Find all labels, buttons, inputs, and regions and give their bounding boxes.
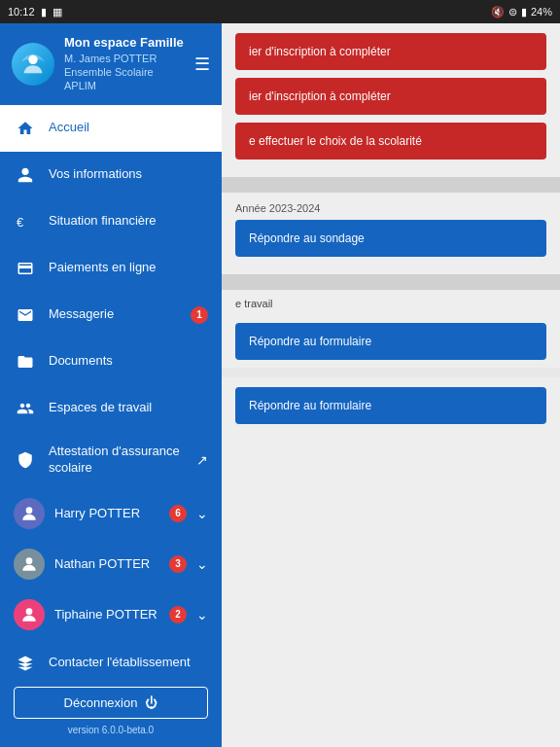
svg-text:€: € [17,214,23,229]
sidebar-item-label-contact: Contacter l'établissement [49,655,208,671]
person-name-tiphaine: Tiphaine POTTER [54,607,159,622]
battery-percent: 24% [531,6,552,18]
mute-icon: 🔇 [491,6,505,18]
banners-section: ier d'inscription à compléter ier d'insc… [222,23,560,177]
sidebar-item-messagerie[interactable]: Messagerie 1 [0,292,222,338]
formulaire-button-2[interactable]: Répondre au formulaire [235,387,546,424]
red-banner-2[interactable]: ier d'inscription à compléter [235,78,546,115]
sidebar-item-label-espaces: Espaces de travail [49,400,208,416]
app-container: Mon espace Famille M. James POTTER Ensem… [0,23,560,747]
sidebar-item-harry[interactable]: Harry POTTER 6 ⌄ [0,488,222,539]
sidebar-item-espaces[interactable]: Espaces de travail [0,385,222,432]
person-icon [14,163,37,187]
email-icon [14,303,37,327]
status-photo-icon: ▦ [52,6,62,18]
sidebar-item-label-vos-informations: Vos informations [49,166,208,183]
avatar-harry [14,498,45,529]
sidebar-item-label-documents: Documents [49,353,208,370]
red-banner-3[interactable]: e effectuer le choix de la scolarité [235,123,546,160]
sidebar-title: Mon espace Famille [64,35,185,52]
travail-section-label: e travail [222,290,560,313]
sidebar-nav: Accueil Vos informations € Situation fin… [0,105,222,677]
svg-point-4 [26,608,33,615]
sidebar-item-nathan[interactable]: Nathan POTTER 3 ⌄ [0,539,222,589]
building-icon [14,652,37,675]
year-label: Année 2023-2024 [235,202,546,214]
svg-point-2 [26,507,33,514]
sidebar-item-label-paiements: Paiements en ligne [49,260,208,276]
avatar-nathan [14,549,45,580]
chevron-down-icon-tiphaine: ⌄ [196,607,208,622]
sidebar-item-label-attestation: Attestation d'assurance scolaire [49,444,185,477]
sidebar-header: Mon espace Famille M. James POTTER Ensem… [0,23,222,105]
sondage-section: Année 2023-2024 Répondre au sondage [222,193,560,274]
euro-icon: € [14,210,37,233]
status-bar: 10:12 ▮ ▦ 🔇 ⊜ ▮ 24% [0,0,560,23]
sidebar-item-attestation[interactable]: Attestation d'assurance scolaire ↗ [0,432,222,488]
signal-icon: ▮ [521,6,527,18]
sidebar: Mon espace Famille M. James POTTER Ensem… [0,23,222,747]
folder-icon [14,350,37,374]
harry-badge: 6 [169,505,187,522]
menu-icon[interactable]: ☰ [194,53,210,75]
sidebar-item-label-messagerie: Messagerie [49,306,179,323]
svg-point-3 [26,557,33,564]
wifi-icon: ⊜ [508,6,517,18]
sidebar-header-text: Mon espace Famille M. James POTTER Ensem… [64,35,185,93]
sidebar-subtitle: M. James POTTER [64,52,185,65]
external-link-icon: ↗ [196,452,208,468]
credit-card-icon [14,257,37,280]
sidebar-item-tiphaine[interactable]: Tiphaine POTTER 2 ⌄ [0,589,222,640]
content-gap-2 [222,274,560,290]
groups-icon [14,397,37,420]
sidebar-item-vos-informations[interactable]: Vos informations [0,152,222,198]
sidebar-item-paiements[interactable]: Paiements en ligne [0,245,222,292]
sidebar-school: Ensemble Scolaire APLIM [64,65,185,93]
home-icon [14,117,37,140]
logout-label: Déconnexion [64,695,138,710]
status-p-icon: ▮ [41,6,47,18]
formulaire-button-1[interactable]: Répondre au formulaire [235,323,546,360]
chevron-down-icon-harry: ⌄ [196,506,208,521]
red-banner-1[interactable]: ier d'inscription à compléter [235,33,546,70]
status-time: 10:12 [8,6,35,18]
nathan-badge: 3 [169,555,187,573]
sidebar-item-situation-financiere[interactable]: € Situation financière [0,198,222,245]
avatar [12,43,54,86]
content-gap-1 [222,177,560,193]
sidebar-item-documents[interactable]: Documents [0,338,222,385]
main-content: ier d'inscription à compléter ier d'insc… [222,23,560,747]
sidebar-item-label-accueil: Accueil [49,120,208,136]
sidebar-footer: Déconnexion ⏻ version 6.0.0-beta.0 [0,677,222,747]
sidebar-item-contact[interactable]: Contacter l'établissement [0,640,222,677]
person-name-harry: Harry POTTER [54,506,159,520]
avatar-tiphaine [14,599,45,630]
sidebar-item-accueil[interactable]: Accueil [0,105,222,152]
logout-button[interactable]: Déconnexion ⏻ [14,687,208,719]
messagerie-badge: 1 [191,306,208,324]
travail-section: Répondre au formulaire Répondre au formu… [222,313,560,442]
shield-icon [14,448,37,472]
person-name-nathan: Nathan POTTER [54,556,159,571]
sidebar-item-label-situation: Situation financière [49,213,208,230]
chevron-down-icon-nathan: ⌄ [196,556,208,572]
version-text: version 6.0.0-beta.0 [14,719,208,743]
sondage-button[interactable]: Répondre au sondage [235,220,546,257]
tiphaine-badge: 2 [169,606,187,623]
power-icon: ⏻ [145,695,158,710]
